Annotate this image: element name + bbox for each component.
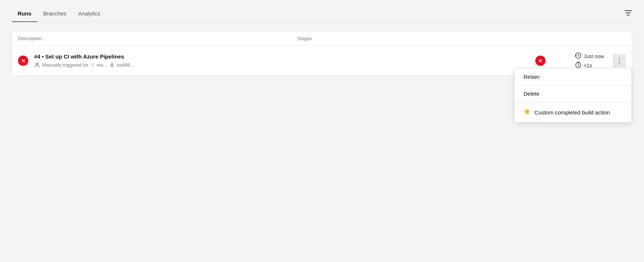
page-container: Runs Branches Analytics Description Stag… — [0, 0, 644, 262]
run-status-icon — [18, 56, 28, 66]
table-card: Description Stages #4 • Set up CI with A… — [12, 31, 632, 76]
table-header: Description Stages — [12, 31, 632, 46]
svg-point-3 — [36, 63, 38, 65]
clock-icon — [575, 52, 582, 60]
tab-branches[interactable]: Branches — [37, 6, 72, 22]
dropdown-item-retain[interactable]: Retain — [515, 68, 632, 85]
dropdown-item-custom-action[interactable]: ✳ Custom completed build action — [515, 102, 632, 122]
dropdown-item-delete[interactable]: Delete — [515, 85, 632, 102]
asterisk-icon: ✳ — [524, 107, 530, 117]
timing-row-time: Just now — [575, 52, 604, 60]
person-icon — [34, 62, 40, 68]
run-title[interactable]: #4 • Set up CI with Azure Pipelines — [34, 53, 535, 60]
tab-analytics[interactable]: Analytics — [72, 6, 106, 22]
stage-status-icon — [535, 56, 546, 66]
svg-rect-8 — [575, 55, 576, 56]
table-row: #4 • Set up CI with Azure Pipelines Manu… — [12, 46, 632, 75]
branch-icon: ⑂ — [91, 62, 94, 68]
dropdown-menu: Retain Delete ✳ Custom completed build a… — [514, 68, 632, 123]
svg-point-4 — [111, 64, 113, 66]
tab-bar: Runs Branches Analytics — [12, 6, 632, 22]
filter-icon[interactable] — [624, 10, 632, 17]
run-timing: Just now <1s — [575, 52, 604, 69]
run-meta: Manually triggered for ⑂ ma... ea488... — [34, 62, 535, 68]
commit-icon — [109, 63, 115, 68]
run-info: #4 • Set up CI with Azure Pipelines Manu… — [34, 53, 535, 68]
tab-runs[interactable]: Runs — [12, 6, 37, 22]
header-stages: Stages — [297, 36, 626, 41]
header-description: Description — [18, 36, 297, 41]
more-options-button[interactable]: ⋮ — [613, 54, 626, 67]
